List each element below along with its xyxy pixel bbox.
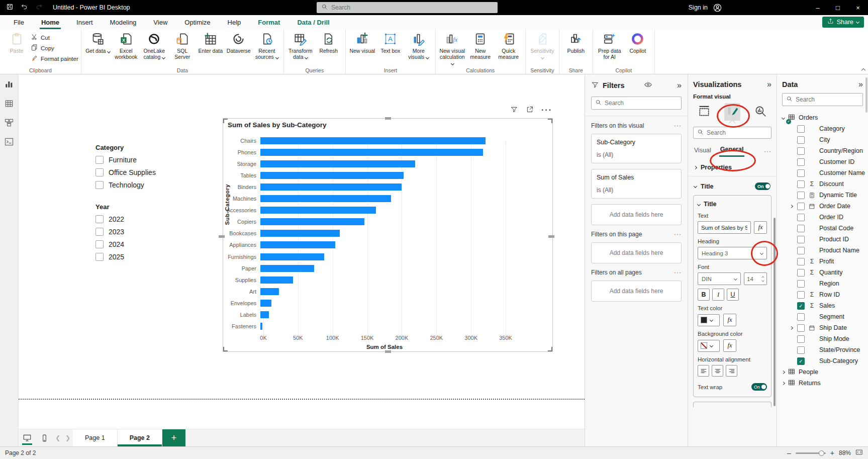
properties-section[interactable]: Properties: [694, 164, 770, 171]
field-row-state-province[interactable]: State/Province: [782, 344, 868, 355]
format-tab-visual[interactable]: Visual: [693, 146, 712, 157]
font-family-dropdown[interactable]: DIN: [698, 272, 741, 285]
new-visual-button[interactable]: New visual: [348, 31, 376, 55]
new-visual-calculation-button[interactable]: fxNew visual calculation: [438, 31, 466, 67]
title-text-input[interactable]: [698, 221, 751, 234]
slicer-option-technology[interactable]: Technology: [95, 181, 201, 189]
format-tab-general[interactable]: General: [719, 146, 745, 157]
cut-button[interactable]: Cut: [31, 33, 78, 42]
mobile-layout-icon[interactable]: [36, 429, 53, 446]
sign-in-button[interactable]: Sign in: [689, 4, 708, 11]
checkbox-unchecked-icon[interactable]: [797, 192, 805, 199]
undo-icon[interactable]: [21, 3, 28, 13]
field-row-customer-id[interactable]: Customer ID: [782, 156, 868, 167]
save-icon[interactable]: [6, 3, 14, 13]
text-color-fx-button[interactable]: fx: [723, 314, 736, 326]
recent-sources-button[interactable]: Recent sources: [253, 31, 281, 61]
checkbox-unchecked-icon[interactable]: [95, 156, 104, 164]
table-row-orders[interactable]: ✓Orders: [782, 112, 868, 123]
resize-corner-handle[interactable]: [223, 347, 228, 351]
field-row-segment[interactable]: Segment: [782, 311, 868, 322]
bar-envelopes[interactable]: [260, 300, 271, 307]
bar-phones[interactable]: [260, 149, 483, 156]
bar-bookcases[interactable]: [260, 230, 340, 237]
bar-appliances[interactable]: [260, 241, 335, 248]
bar-chart-visual[interactable]: ··· Sum of Sales by Sub-Category Sub-Cat…: [223, 118, 553, 352]
resize-mid-handle[interactable]: [219, 235, 225, 238]
bar-supplies[interactable]: [260, 277, 293, 284]
get-data-button[interactable]: Get data: [84, 31, 112, 55]
page-tab-page-1[interactable]: Page 1: [73, 429, 118, 446]
enter-data-button[interactable]: Enter data: [197, 31, 225, 55]
publish-button[interactable]: Publish: [562, 31, 590, 55]
more-options-icon[interactable]: ···: [541, 106, 552, 115]
heading-dropdown[interactable]: Heading 3: [698, 247, 767, 259]
report-canvas[interactable]: CategoryFurnitureOffice SuppliesTechnolo…: [19, 74, 585, 429]
checkbox-unchecked-icon[interactable]: [797, 346, 805, 354]
collapse-filters-icon[interactable]: »: [677, 81, 682, 89]
desktop-layout-icon[interactable]: [19, 429, 36, 446]
table-view-icon[interactable]: [4, 99, 14, 110]
field-row-customer-name[interactable]: Customer Name: [782, 167, 868, 178]
chevron-right-icon[interactable]: [782, 370, 785, 374]
checkbox-unchecked-icon[interactable]: [797, 214, 805, 221]
checkbox-unchecked-icon[interactable]: [797, 324, 805, 332]
previous-page-arrow-icon[interactable]: ❮: [53, 429, 63, 446]
filter-card-sum-of-sales[interactable]: Sum of Salesis (All): [591, 169, 682, 199]
add-data-fields-dropzone[interactable]: Add data fields here: [591, 281, 682, 302]
copilot-button[interactable]: Copilot: [624, 31, 652, 55]
field-row-region[interactable]: Region: [782, 278, 868, 289]
page-tab-page-2[interactable]: Page 2: [118, 429, 162, 446]
slicer-category[interactable]: CategoryFurnitureOffice SuppliesTechnolo…: [95, 144, 201, 194]
resize-corner-handle[interactable]: [223, 119, 228, 123]
fit-to-page-icon[interactable]: [855, 448, 863, 457]
checkbox-unchecked-icon[interactable]: [95, 181, 104, 189]
zoom-out-icon[interactable]: –: [787, 449, 791, 457]
copy-button[interactable]: Copy: [31, 44, 78, 52]
field-row-city[interactable]: City: [782, 134, 868, 145]
add-data-fields-dropzone[interactable]: Add data fields here: [591, 204, 682, 225]
new-measure-button[interactable]: New measure: [466, 31, 495, 61]
menu-tab-format[interactable]: Format: [249, 15, 288, 29]
more-options-icon[interactable]: ···: [674, 269, 682, 276]
resize-mid-handle[interactable]: [548, 235, 554, 238]
share-button[interactable]: Share: [822, 17, 864, 28]
field-row-postal-code[interactable]: Postal Code: [782, 223, 868, 234]
format-visual-icon[interactable]: [724, 103, 740, 121]
account-avatar-icon[interactable]: [713, 3, 722, 13]
checkbox-unchecked-icon[interactable]: [797, 280, 805, 288]
refresh-button[interactable]: Refresh: [315, 31, 343, 55]
zoom-slider[interactable]: [796, 452, 826, 454]
dataverse-button[interactable]: Dataverse: [225, 31, 253, 55]
more-options-icon[interactable]: ···: [674, 231, 682, 238]
format-search-input[interactable]: [707, 129, 767, 136]
bar-art[interactable]: [260, 288, 279, 295]
menu-tab-view[interactable]: View: [145, 15, 176, 29]
text-color-dropdown[interactable]: [698, 314, 720, 326]
checkbox-unchecked-icon[interactable]: [797, 147, 805, 155]
menu-tab-help[interactable]: Help: [219, 15, 250, 29]
analytics-icon[interactable]: [752, 103, 768, 121]
title-toggle[interactable]: On: [755, 182, 770, 190]
checkbox-unchecked-icon[interactable]: [95, 253, 104, 261]
checkbox-unchecked-icon[interactable]: [95, 228, 104, 236]
menu-tab-optimize[interactable]: Optimize: [176, 15, 219, 29]
new-page-button[interactable]: +: [162, 429, 185, 446]
checkbox-checked-icon[interactable]: ✓: [797, 302, 805, 310]
checkbox-unchecked-icon[interactable]: [797, 136, 805, 144]
resize-mid-handle[interactable]: [385, 117, 391, 120]
field-row-profit[interactable]: ΣProfit: [782, 256, 868, 267]
scrollbar-thumb[interactable]: [865, 77, 867, 113]
checkbox-unchecked-icon[interactable]: [797, 236, 805, 243]
bold-button[interactable]: B: [698, 289, 710, 301]
zoom-slider-thumb[interactable]: [819, 450, 824, 456]
field-row-product-name[interactable]: Product Name: [782, 245, 868, 256]
slicer-option-2022[interactable]: 2022: [95, 215, 201, 223]
checkbox-unchecked-icon[interactable]: [797, 291, 805, 299]
checkbox-unchecked-icon[interactable]: [797, 313, 805, 321]
italic-button[interactable]: I: [712, 289, 724, 301]
checkbox-unchecked-icon[interactable]: [797, 335, 805, 343]
more-format-options-icon[interactable]: ···: [764, 148, 771, 155]
eye-icon[interactable]: [644, 80, 652, 90]
checkbox-unchecked-icon[interactable]: [95, 240, 104, 248]
